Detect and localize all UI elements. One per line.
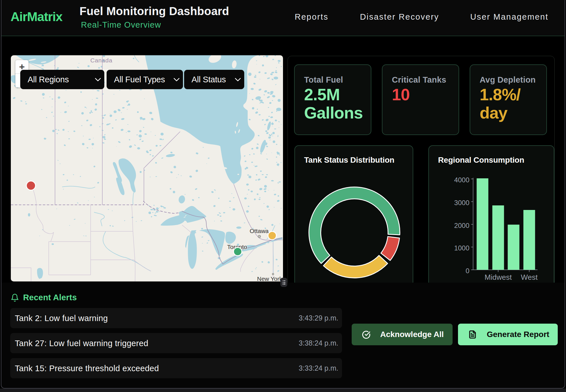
svg-text:0: 0 xyxy=(466,267,469,275)
svg-text:Canada: Canada xyxy=(90,57,112,64)
svg-text:4000: 4000 xyxy=(454,176,469,184)
svg-text:Midwest: Midwest xyxy=(484,273,512,281)
svg-text:1000: 1000 xyxy=(454,244,469,252)
svg-text:New York: New York xyxy=(257,275,282,281)
svg-text:3000: 3000 xyxy=(454,199,469,207)
svg-text:Ottawa: Ottawa xyxy=(250,228,269,234)
svg-text:2000: 2000 xyxy=(454,222,469,229)
svg-text:West: West xyxy=(521,273,538,281)
